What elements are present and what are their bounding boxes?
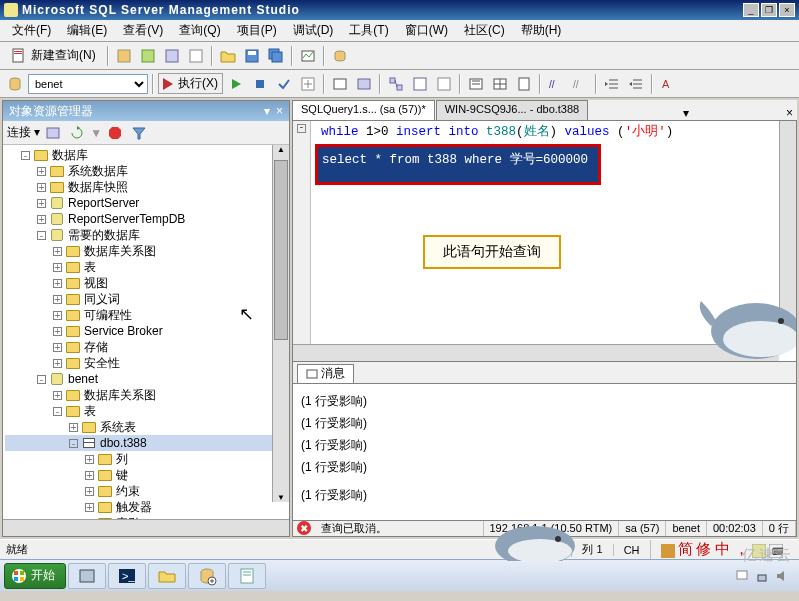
sql-editor[interactable]: - while 1>0 insert into t388(姓名) values … <box>292 120 797 362</box>
messages-panel: 消息 (1 行受影响) (1 行受影响) (1 行受影响) (1 行受影响) (… <box>292 362 797 521</box>
toolbar-de-button[interactable] <box>113 45 135 67</box>
object-explorer-title: 对象资源管理器 <box>9 103 93 120</box>
menu-tools[interactable]: 工具(T) <box>341 20 396 41</box>
menu-file[interactable]: 文件(F) <box>4 20 59 41</box>
taskbar-notepad-icon[interactable] <box>228 563 266 589</box>
taskbar-powershell-icon[interactable]: >_ <box>108 563 146 589</box>
svg-text:>_: >_ <box>122 570 135 582</box>
editor-vscrollbar[interactable] <box>779 121 796 344</box>
debug-button[interactable] <box>225 73 247 95</box>
results-file-button[interactable] <box>513 73 535 95</box>
intellisense-button[interactable] <box>353 73 375 95</box>
results-grid-button[interactable] <box>489 73 511 95</box>
comment-button[interactable]: // <box>545 73 567 95</box>
status-elapsed: 00:02:03 <box>707 521 763 536</box>
tab-close-button[interactable]: × <box>782 106 797 120</box>
menu-query[interactable]: 查询(Q) <box>171 20 228 41</box>
svg-text:A: A <box>662 78 670 90</box>
system-tray[interactable] <box>729 569 795 583</box>
toolbar-xml-button[interactable] <box>185 45 207 67</box>
refresh-button[interactable] <box>66 122 88 144</box>
options-button[interactable] <box>329 73 351 95</box>
database-combo[interactable]: benet <box>28 74 148 94</box>
save-all-button[interactable] <box>265 45 287 67</box>
svg-rect-8 <box>248 51 256 55</box>
svg-rect-23 <box>438 78 450 90</box>
menu-help[interactable]: 帮助(H) <box>513 20 570 41</box>
svg-rect-18 <box>334 79 346 89</box>
svg-rect-16 <box>256 80 264 88</box>
app-status-bar: 就绪 行 3 列 1 CH 简 修 中 ， ⌨ <box>0 539 799 559</box>
svg-rect-21 <box>397 85 402 90</box>
toolbar-main: 新建查询(N) <box>0 42 799 70</box>
object-tree[interactable]: -数据库 +系统数据库 +数据库快照 +ReportServer +Report… <box>3 145 289 519</box>
increase-indent-button[interactable] <box>625 73 647 95</box>
toolbar-dm-button[interactable] <box>137 45 159 67</box>
results-text-button[interactable] <box>465 73 487 95</box>
messages-body[interactable]: (1 行受影响) (1 行受影响) (1 行受影响) (1 行受影响) (1 行… <box>293 384 796 520</box>
decrease-indent-button[interactable] <box>601 73 623 95</box>
start-button[interactable]: 开始 <box>4 563 66 589</box>
stop-button-2[interactable] <box>104 122 126 144</box>
tray-sound-icon[interactable] <box>775 569 789 583</box>
change-connection-button[interactable] <box>4 73 26 95</box>
new-query-button[interactable]: 新建查询(N) <box>4 44 103 67</box>
menu-debug[interactable]: 调试(D) <box>285 20 342 41</box>
svg-marker-15 <box>232 79 241 89</box>
specify-values-button[interactable]: A <box>657 73 679 95</box>
close-button[interactable]: × <box>779 3 795 17</box>
svg-rect-61 <box>20 571 24 575</box>
tree-vscrollbar[interactable]: ▲ ▼ <box>272 145 289 502</box>
toolbar-da-button[interactable] <box>161 45 183 67</box>
svg-rect-72 <box>737 571 747 579</box>
minimize-button[interactable]: _ <box>743 3 759 17</box>
tree-node-dbo-t388[interactable]: -dbo.t388 <box>5 435 287 451</box>
svg-marker-40 <box>629 82 632 86</box>
registered-servers-button[interactable] <box>329 45 351 67</box>
svg-marker-36 <box>605 82 608 86</box>
document-tabs: SQLQuery1.s... (sa (57))* WIN-9CSQ9J6...… <box>292 100 797 120</box>
sqlcmd-button[interactable] <box>433 73 455 95</box>
tree-hscrollbar[interactable] <box>3 519 289 536</box>
estimated-plan-button[interactable] <box>297 73 319 95</box>
editor-hscrollbar[interactable] <box>293 344 779 361</box>
save-button[interactable] <box>241 45 263 67</box>
taskbar-ssms-icon[interactable] <box>188 563 226 589</box>
filter-settings-button[interactable] <box>128 122 150 144</box>
menu-community[interactable]: 社区(C) <box>456 20 513 41</box>
menu-project[interactable]: 项目(P) <box>229 20 285 41</box>
connect-dropdown[interactable]: 连接 ▾ <box>7 124 40 141</box>
message-row: (1 行受影响) <box>301 456 788 478</box>
svg-rect-0 <box>13 49 23 62</box>
panel-close-icon[interactable]: × <box>276 104 283 118</box>
watermark-text: 亿速云 <box>742 546 793 565</box>
message-row: (1 行受影响) <box>301 412 788 434</box>
tab-dropdown-icon[interactable]: ▾ <box>679 106 693 120</box>
menu-view[interactable]: 查看(V) <box>115 20 171 41</box>
include-plan-button[interactable] <box>385 73 407 95</box>
svg-rect-3 <box>118 50 130 62</box>
taskbar-server-manager-icon[interactable] <box>68 563 106 589</box>
message-row: (1 行受影响) <box>301 390 788 412</box>
taskbar-explorer-icon[interactable] <box>148 563 186 589</box>
filter-button[interactable] <box>42 122 64 144</box>
menu-edit[interactable]: 编辑(E) <box>59 20 115 41</box>
restore-button[interactable]: ❐ <box>761 3 777 17</box>
svg-rect-4 <box>142 50 154 62</box>
parse-button[interactable] <box>273 73 295 95</box>
messages-tab[interactable]: 消息 <box>297 364 354 383</box>
tray-network-icon[interactable] <box>755 569 769 583</box>
open-file-button[interactable] <box>217 45 239 67</box>
object-explorer-panel: 对象资源管理器 ▾ × 连接 ▾ ▼ -数据库 +系统数据库 +数据库快照 +R… <box>2 100 290 537</box>
tab-dbo-t388[interactable]: WIN-9CSQ9J6... - dbo.t388 <box>436 100 589 120</box>
execute-button[interactable]: 执行(X) <box>158 73 223 94</box>
tray-flag-icon[interactable] <box>735 569 749 583</box>
stop-button[interactable] <box>249 73 271 95</box>
activity-monitor-button[interactable] <box>297 45 319 67</box>
svg-marker-74 <box>777 571 784 581</box>
tab-sqlquery1[interactable]: SQLQuery1.s... (sa (57))* <box>292 100 435 120</box>
uncomment-button[interactable]: // <box>569 73 591 95</box>
execute-label: 执行(X) <box>178 75 218 92</box>
include-stats-button[interactable] <box>409 73 431 95</box>
menu-window[interactable]: 窗口(W) <box>397 20 456 41</box>
